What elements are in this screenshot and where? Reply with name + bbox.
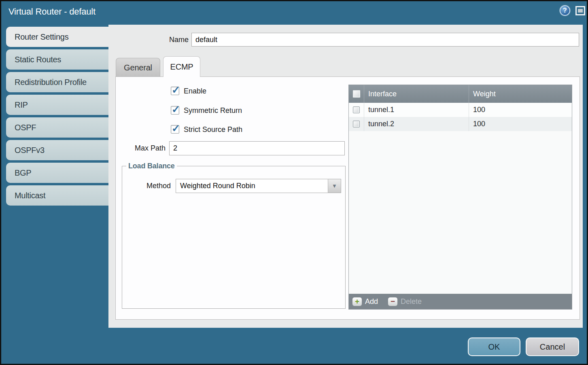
ecmp-tab-panel: ✓ Enable ✓ Symmetric Return ✓ Strict Sou… [115,76,580,320]
checkmark-icon: ✓ [172,104,180,115]
checkmark-icon: ✓ [172,84,180,96]
weight-cell: 100 [469,103,572,117]
interface-column-header: Interface [364,85,469,103]
help-icon[interactable]: ? [560,5,570,16]
sidebar-item-static-routes[interactable]: Static Routes [6,49,108,70]
table-footer: + Add − Delete [349,294,572,309]
load-balance-group: Load Balance Method Weighted Round Robin… [122,162,346,309]
table-row[interactable]: tunnel.2 100 [349,117,572,131]
load-balance-legend: Load Balance [126,162,177,170]
max-path-input[interactable] [169,141,345,155]
row-checkbox-cell [349,117,364,131]
strict-source-path-checkbox[interactable]: ✓ [171,125,179,134]
method-dropdown-value: Weighted Round Robin [180,179,255,193]
weight-column-header: Weight [469,90,572,98]
sidebar-item-router-settings[interactable]: Router Settings [6,27,108,47]
content-area: Name General ECMP ✓ Enable ✓ Symmetric R… [108,25,583,328]
name-label: Name [168,33,189,47]
cancel-button[interactable]: Cancel [526,337,579,356]
sidebar-item-redistribution-profile[interactable]: Redistribution Profile [6,72,108,92]
virtual-router-dialog: Virtual Router - default ? Router Settin… [0,0,588,365]
plus-icon: + [352,297,362,306]
dialog-title: Virtual Router - default [8,6,96,17]
select-all-checkbox[interactable] [352,90,361,98]
interface-cell: tunnel.1 [364,103,469,117]
method-dropdown[interactable]: Weighted Round Robin ▼ [176,179,341,193]
sidebar-item-ospfv3[interactable]: OSPFv3 [6,140,108,160]
tab-ecmp[interactable]: ECMP [163,56,200,77]
row-checkbox-cell [349,103,364,117]
header-checkbox-cell [349,85,364,103]
sidebar-item-multicast[interactable]: Multicast [6,185,108,206]
enable-checkbox[interactable]: ✓ [171,87,179,95]
chevron-down-icon[interactable]: ▼ [328,179,341,193]
tab-general[interactable]: General [116,58,160,76]
weight-cell: 100 [469,117,572,131]
checkmark-icon: ✓ [172,123,180,134]
interface-table-header: Interface Weight [349,85,572,103]
symmetric-return-label: Symmetric Return [184,106,242,115]
delete-button-label: Delete [401,297,422,306]
sidebar-item-ospf[interactable]: OSPF [6,117,108,138]
sidebar-item-rip[interactable]: RIP [6,95,108,115]
symmetric-return-checkbox[interactable]: ✓ [171,106,179,115]
window-restore-icon[interactable] [575,6,585,15]
row-checkbox[interactable] [353,121,360,127]
interface-table: Interface Weight tunnel.1 100 tunnel.2 1… [348,85,572,310]
max-path-label: Max Path [128,141,166,155]
strict-source-path-label: Strict Source Path [184,125,242,134]
method-label: Method [140,179,171,193]
add-button[interactable]: + Add [352,297,378,306]
row-checkbox[interactable] [353,106,360,113]
interface-cell: tunnel.2 [364,117,469,131]
table-row[interactable]: tunnel.1 100 [349,103,572,117]
delete-button[interactable]: − Delete [388,297,422,306]
table-empty-area [349,131,572,294]
window-restore-icon-inner [578,9,583,13]
sidebar-item-bgp[interactable]: BGP [6,163,108,183]
ok-button[interactable]: OK [468,337,520,356]
minus-icon: − [388,297,398,306]
add-button-label: Add [365,297,378,306]
name-input[interactable] [191,33,579,47]
enable-label: Enable [184,87,206,95]
